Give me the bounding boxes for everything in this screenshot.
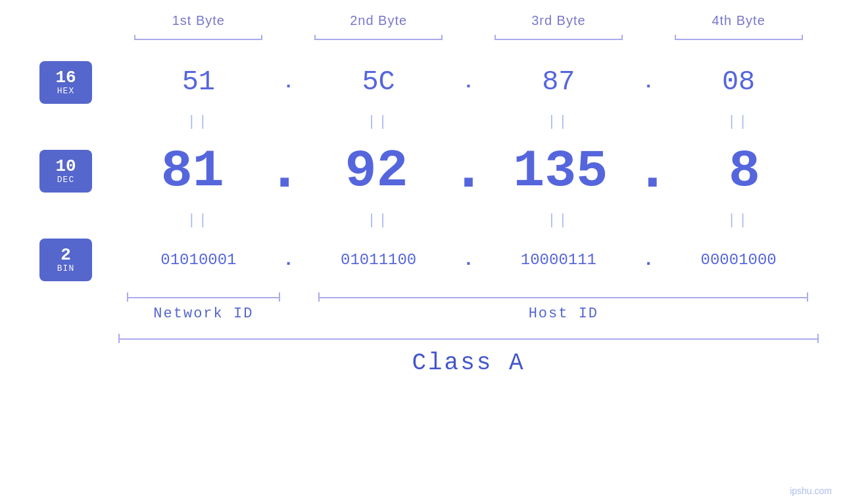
eq6: || xyxy=(299,212,459,229)
bin-b1: 01010001 xyxy=(118,251,279,269)
eq2: || xyxy=(299,114,459,130)
eq3: || xyxy=(479,114,639,130)
bin-b2: 01011100 xyxy=(299,251,459,269)
dec-b2: 92 xyxy=(302,141,451,201)
bin-dot1: . xyxy=(279,250,299,270)
equals-row-2: || || || || xyxy=(26,207,819,233)
dec-values: 81 . 92 . 135 . 8 xyxy=(118,137,819,204)
byte2-label: 2nd Byte xyxy=(350,13,407,28)
eq8: || xyxy=(658,212,819,229)
bottom-brackets xyxy=(118,292,819,302)
dec-b1: 81 xyxy=(118,141,267,201)
dec-badge: 10 DEC xyxy=(39,150,92,193)
byte1-col-header: 1st Byte xyxy=(118,13,279,28)
dec-base-number: 10 xyxy=(55,158,76,175)
byte2-col-header: 2nd Byte xyxy=(299,13,459,28)
bracket-seg4 xyxy=(658,35,819,43)
dec-base-text: DEC xyxy=(57,175,74,185)
bin-label: 2 BIN xyxy=(26,239,105,281)
dec-label: 10 DEC xyxy=(26,150,105,193)
bracket-seg2 xyxy=(299,35,459,43)
byte4-col-header: 4th Byte xyxy=(658,13,819,28)
hex-row: 16 HEX 51 . 5C . 87 . 08 xyxy=(26,56,819,108)
bin-row: 2 BIN 01010001 . 01011100 . 10000111 . 0… xyxy=(26,233,819,286)
bin-dot3: . xyxy=(639,250,658,270)
bin-b3: 10000111 xyxy=(479,251,639,269)
hex-b4: 08 xyxy=(658,66,819,98)
dec-b4: 8 xyxy=(670,141,819,201)
hex-badge: 16 HEX xyxy=(39,61,92,104)
byte-headers: 1st Byte 2nd Byte 3rd Byte 4th Byte xyxy=(26,13,819,28)
byte4-label: 4th Byte xyxy=(712,13,765,28)
network-id-label: Network ID xyxy=(118,306,289,322)
dec-dot1: . xyxy=(267,137,302,204)
bin-base-number: 2 xyxy=(60,246,71,263)
watermark: ipshu.com xyxy=(790,486,832,496)
main-container: 1st Byte 2nd Byte 3rd Byte 4th Byte xyxy=(0,0,845,504)
hex-b2: 5C xyxy=(299,66,459,98)
bracket-seg1 xyxy=(118,35,279,43)
dec-dot2: . xyxy=(450,137,486,204)
byte1-label: 1st Byte xyxy=(172,13,225,28)
id-label-row: Network ID Host ID xyxy=(118,306,819,322)
bottom-section: Network ID Host ID xyxy=(26,292,819,322)
hex-dot3: . xyxy=(639,72,658,93)
long-bracket-container: Class A xyxy=(26,334,819,377)
eq5: || xyxy=(118,212,279,229)
class-label: Class A xyxy=(118,350,819,377)
bin-badge: 2 BIN xyxy=(39,239,92,281)
dec-b3: 135 xyxy=(487,141,635,201)
hex-b1: 51 xyxy=(118,66,279,98)
hex-base-text: HEX xyxy=(57,86,74,96)
hex-values: 51 . 5C . 87 . 08 xyxy=(118,66,819,98)
hex-label: 16 HEX xyxy=(26,61,105,104)
bin-b4: 00001000 xyxy=(658,251,819,269)
eq1: || xyxy=(118,114,279,130)
dec-dot3: . xyxy=(635,137,670,204)
equals-row-1: || || || || xyxy=(26,108,819,135)
byte3-col-header: 3rd Byte xyxy=(479,13,639,28)
network-bracket xyxy=(118,292,289,302)
eq4: || xyxy=(658,114,819,130)
hex-dot1: . xyxy=(279,72,299,93)
bin-dot2: . xyxy=(459,250,479,270)
bin-base-text: BIN xyxy=(57,263,74,273)
long-bracket xyxy=(118,334,819,343)
eq7: || xyxy=(479,212,639,229)
bracket-seg3 xyxy=(479,35,639,43)
hex-b3: 87 xyxy=(479,66,639,98)
host-bracket xyxy=(308,292,819,302)
hex-base-number: 16 xyxy=(55,69,76,86)
dec-row: 10 DEC 81 . 92 . 135 . 8 xyxy=(26,135,819,207)
host-id-label: Host ID xyxy=(308,306,819,322)
top-bracket xyxy=(26,35,819,43)
bin-values: 01010001 . 01011100 . 10000111 . 0000100… xyxy=(118,250,819,270)
hex-dot2: . xyxy=(459,72,479,93)
byte3-label: 3rd Byte xyxy=(531,13,585,28)
